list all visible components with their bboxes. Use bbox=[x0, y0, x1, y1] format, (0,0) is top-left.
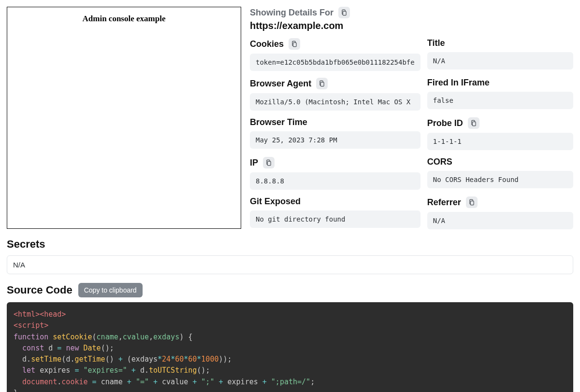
svg-rect-3 bbox=[472, 122, 476, 126]
code-token: setTime bbox=[31, 355, 61, 364]
field-title-label: Title bbox=[427, 38, 445, 48]
field-browser-time-value: May 25, 2023 7:28 PM bbox=[250, 131, 420, 149]
copy-ip-button[interactable] bbox=[263, 157, 275, 168]
code-token: * bbox=[158, 355, 162, 364]
code-token: d bbox=[22, 355, 27, 364]
field-fired-iframe-label: Fired In IFrame bbox=[427, 78, 490, 88]
code-token: setCookie bbox=[53, 333, 92, 341]
source-code-block: <html><head> <script> function setCookie… bbox=[7, 302, 573, 392]
code-token: toUTCString bbox=[149, 366, 197, 375]
code-token: 60 bbox=[175, 355, 184, 364]
code-token: "=" bbox=[136, 378, 149, 386]
field-browser-agent-value: Mozilla/5.0 (Macintosh; Intel Mac OS X bbox=[250, 93, 420, 111]
field-probe-id-label-text: Probe ID bbox=[427, 118, 463, 128]
code-token: ( bbox=[92, 333, 97, 341]
code-token: getTime bbox=[74, 355, 105, 364]
code-token: const bbox=[22, 344, 44, 352]
code-token: ) bbox=[110, 355, 114, 364]
field-git-exposed-value: No git directory found bbox=[250, 210, 420, 228]
copy-icon bbox=[319, 80, 325, 87]
svg-rect-5 bbox=[470, 201, 474, 205]
field-fired-iframe-label-text: Fired In IFrame bbox=[427, 78, 490, 88]
code-token: ; bbox=[310, 378, 315, 386]
code-token: <head> bbox=[40, 310, 66, 319]
copy-probe-id-button[interactable] bbox=[468, 117, 479, 129]
field-browser-time-label-text: Browser Time bbox=[250, 117, 307, 127]
copy-browser-agent-button[interactable] bbox=[316, 78, 328, 89]
code-token: document bbox=[22, 378, 57, 386]
field-fired-iframe: Fired In IFramefalse bbox=[427, 78, 573, 111]
field-fired-iframe-value: false bbox=[427, 92, 573, 109]
field-browser-time-label: Browser Time bbox=[250, 117, 307, 127]
copy-referrer-button[interactable] bbox=[466, 196, 478, 208]
code-token: } bbox=[14, 389, 18, 392]
copy-source-button[interactable]: Copy to clipboard bbox=[78, 283, 143, 297]
field-git-exposed-label: Git Exposed bbox=[250, 196, 301, 207]
code-token: let bbox=[22, 366, 35, 375]
copy-icon bbox=[341, 9, 347, 16]
code-token: * bbox=[171, 355, 175, 364]
secrets-heading: Secrets bbox=[7, 238, 573, 251]
field-cookies-label: Cookies bbox=[250, 38, 300, 50]
field-title-value: N/A bbox=[427, 52, 573, 70]
copy-icon bbox=[471, 120, 477, 126]
field-referrer-value: N/A bbox=[427, 212, 573, 229]
code-token: . bbox=[57, 378, 61, 386]
field-referrer-label: Referrer bbox=[427, 196, 478, 208]
code-token: = bbox=[57, 344, 61, 352]
field-git-exposed-label-text: Git Exposed bbox=[250, 196, 301, 207]
field-browser-agent: Browser AgentMozilla/5.0 (Macintosh; Int… bbox=[250, 78, 420, 111]
field-cookies: Cookiestoken=e12c05b5bda1bfb065e0b011182… bbox=[250, 38, 420, 71]
copy-url-button[interactable] bbox=[338, 7, 350, 18]
field-cookies-value: token=e12c05b5bda1bfb065e0b011182254bfe bbox=[250, 54, 420, 71]
code-token: . bbox=[145, 366, 149, 375]
code-token: d bbox=[140, 366, 145, 375]
field-ip-value: 8.8.8.8 bbox=[250, 172, 420, 190]
code-token: , bbox=[149, 333, 153, 341]
code-token: + bbox=[153, 378, 158, 386]
code-token: ) bbox=[179, 333, 184, 341]
svg-rect-4 bbox=[267, 161, 271, 165]
details-url: https://example.com bbox=[250, 20, 573, 31]
code-token: d bbox=[48, 344, 53, 352]
code-token: Date bbox=[84, 344, 101, 352]
field-ip: IP8.8.8.8 bbox=[250, 157, 420, 190]
field-git-exposed: Git ExposedNo git directory found bbox=[250, 196, 420, 229]
code-token: cname bbox=[97, 333, 118, 341]
code-token: cookie bbox=[61, 378, 87, 386]
field-browser-agent-label: Browser Agent bbox=[250, 78, 328, 89]
field-ip-label-text: IP bbox=[250, 158, 258, 168]
field-probe-id-label: Probe ID bbox=[427, 117, 479, 129]
code-token: ) bbox=[218, 355, 223, 364]
code-token: 60 bbox=[188, 355, 197, 364]
code-token: ) bbox=[105, 344, 110, 352]
code-token: + bbox=[131, 366, 136, 375]
copy-icon bbox=[469, 199, 475, 206]
code-token: ( bbox=[101, 344, 105, 352]
code-token: ; bbox=[228, 355, 232, 364]
copy-icon bbox=[266, 159, 272, 166]
field-probe-id-value: 1-1-1-1 bbox=[427, 133, 573, 150]
svg-rect-0 bbox=[343, 11, 346, 15]
details-heading-text: Showing Details For bbox=[250, 8, 334, 18]
code-token: exdays bbox=[131, 355, 158, 364]
code-token: expires bbox=[40, 366, 70, 375]
field-browser-agent-label-text: Browser Agent bbox=[250, 79, 311, 89]
info-grid: Cookiestoken=e12c05b5bda1bfb065e0b011182… bbox=[250, 38, 573, 229]
field-browser-time: Browser TimeMay 25, 2023 7:28 PM bbox=[250, 117, 420, 150]
code-token: "expires=" bbox=[84, 366, 127, 375]
details-panel: Showing Details For https://example.com … bbox=[250, 7, 573, 229]
code-token: = bbox=[92, 378, 97, 386]
screenshot-title: Admin console example bbox=[7, 14, 241, 24]
code-token: function bbox=[14, 333, 48, 341]
copy-cookies-button[interactable] bbox=[289, 38, 300, 50]
field-cookies-label-text: Cookies bbox=[250, 39, 284, 49]
secrets-section: Secrets N/A bbox=[7, 238, 573, 274]
code-token: expires bbox=[228, 378, 258, 386]
code-token: cvalue bbox=[162, 378, 188, 386]
code-token: exdays bbox=[153, 333, 179, 341]
code-token: <html> bbox=[14, 310, 40, 319]
code-token: ; bbox=[205, 366, 210, 375]
field-cors-label-text: CORS bbox=[427, 157, 452, 167]
code-token: cname bbox=[101, 378, 123, 386]
